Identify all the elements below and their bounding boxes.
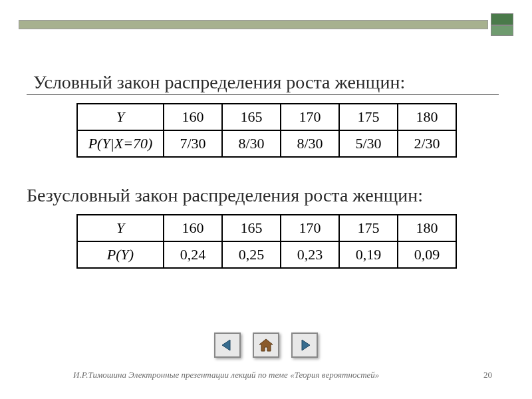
- prev-button[interactable]: [214, 332, 241, 358]
- cell-value: 160: [164, 104, 222, 130]
- cell-value: 7/30: [164, 130, 222, 157]
- cell-row-label: Y: [77, 104, 164, 130]
- cell-value: 0,09: [398, 241, 456, 268]
- table-row: P(Y) 0,24 0,25 0,23 0,19 0,09: [77, 241, 456, 268]
- heading-unconditional: Безусловный закон распределения роста же…: [27, 185, 423, 206]
- cell-value: 180: [398, 104, 456, 130]
- home-button[interactable]: [253, 332, 279, 358]
- table-row: Y 160 165 170 175 180: [77, 104, 456, 130]
- heading-conditional: Условный закон распределения роста женщи…: [33, 72, 405, 93]
- cell-value: 8/30: [222, 130, 281, 157]
- accent-block-dark-green: [491, 13, 513, 25]
- page-number: 20: [483, 370, 492, 380]
- arrow-right-icon: [297, 338, 312, 352]
- cell-value: 2/30: [398, 130, 456, 157]
- accent-stripe-olive: [19, 20, 488, 29]
- cell-value: 170: [281, 215, 339, 241]
- heading-underline: [27, 94, 499, 95]
- svg-marker-2: [302, 340, 310, 350]
- cell-value: 160: [164, 215, 222, 241]
- cell-value: 0,23: [281, 241, 339, 268]
- home-icon: [258, 338, 274, 352]
- cell-value: 175: [339, 104, 398, 130]
- cell-row-label: Y: [77, 215, 164, 241]
- cell-value: 170: [281, 104, 339, 130]
- arrow-left-icon: [220, 338, 235, 352]
- table-unconditional: Y 160 165 170 175 180 P(Y) 0,24 0,25 0,2…: [76, 214, 457, 269]
- cell-value: 0,24: [164, 241, 222, 268]
- table-conditional: Y 160 165 170 175 180 P(Y|X=70) 7/30 8/3…: [76, 103, 457, 158]
- cell-value: 165: [222, 104, 281, 130]
- cell-value: 165: [222, 215, 281, 241]
- cell-value: 0,19: [339, 241, 398, 268]
- cell-value: 8/30: [281, 130, 339, 157]
- cell-value: 5/30: [339, 130, 398, 157]
- slide-nav: [214, 332, 318, 358]
- cell-value: 175: [339, 215, 398, 241]
- cell-row-label: P(Y): [77, 241, 164, 268]
- footer-text: И.Р.Тимошина Электронные презентации лек…: [73, 370, 379, 380]
- svg-marker-1: [259, 339, 273, 351]
- slide-accent-bar: [19, 13, 513, 36]
- svg-marker-0: [222, 340, 230, 350]
- table-row: Y 160 165 170 175 180: [77, 215, 456, 241]
- cell-value: 180: [398, 215, 456, 241]
- cell-row-label: P(Y|X=70): [77, 130, 164, 157]
- accent-block-light-green: [491, 25, 513, 36]
- next-button[interactable]: [291, 332, 318, 358]
- cell-value: 0,25: [222, 241, 281, 268]
- footer: И.Р.Тимошина Электронные презентации лек…: [73, 370, 492, 380]
- table-row: P(Y|X=70) 7/30 8/30 8/30 5/30 2/30: [77, 130, 456, 157]
